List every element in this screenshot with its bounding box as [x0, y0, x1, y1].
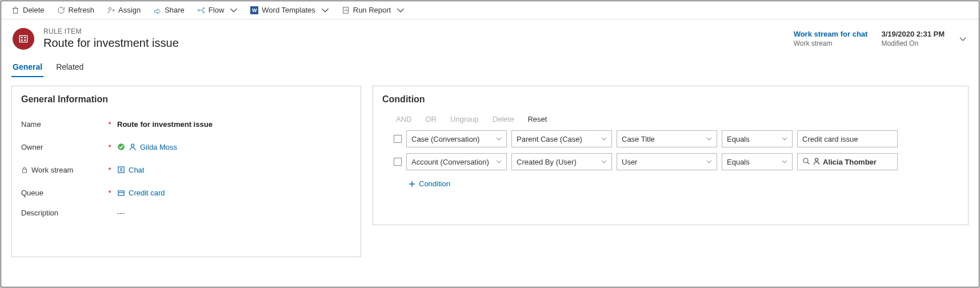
name-label: Name [21, 120, 41, 129]
tab-general[interactable]: General [11, 59, 43, 77]
condition-entity-select[interactable]: Case (Conversation) [406, 130, 507, 147]
required-indicator: * [107, 189, 113, 197]
cond-and-button[interactable]: AND [396, 115, 411, 123]
header-workstream-label: Work stream [794, 39, 868, 47]
entity-type: RULE ITEM [43, 27, 179, 35]
add-condition-label: Condition [419, 179, 450, 188]
cond-or-button[interactable]: OR [425, 115, 437, 123]
header-workstream[interactable]: Work stream for chat Work stream [794, 30, 868, 47]
field-row-queue: Queue * Credit card [21, 181, 351, 204]
svg-rect-7 [21, 37, 23, 38]
description-value[interactable]: --- [113, 209, 351, 217]
person-arrow-icon [107, 6, 115, 14]
condition-related-value: Parent Case (Case) [517, 135, 582, 143]
svg-rect-13 [23, 169, 27, 173]
assign-button[interactable]: Assign [101, 3, 146, 17]
delete-button[interactable]: Delete [6, 3, 50, 17]
refresh-button[interactable]: Refresh [51, 3, 101, 17]
svg-point-16 [803, 158, 808, 163]
queue-entity-icon [117, 189, 125, 197]
search-icon [802, 157, 813, 167]
condition-related-select[interactable]: Parent Case (Case) [511, 130, 612, 147]
field-row-description: Description * --- [21, 204, 351, 227]
cond-reset-button[interactable]: Reset [527, 115, 547, 123]
owner-value[interactable]: Gilda Moss [140, 143, 177, 151]
condition-entity-value: Account (Conversation) [411, 158, 489, 166]
workstream-value[interactable]: Chat [129, 166, 144, 174]
condition-entity-select[interactable]: Account (Conversation) [406, 153, 507, 170]
svg-rect-8 [21, 39, 23, 41]
condition-related-value: Created By (User) [517, 158, 577, 166]
entity-icon [13, 28, 34, 50]
word-templates-label: Word Templates [262, 6, 315, 14]
header-expand-chevron-icon[interactable] [958, 34, 967, 43]
rule-item-icon [18, 34, 29, 44]
condition-value-lookup[interactable]: Alicia Thomber [797, 153, 898, 170]
condition-field-select[interactable]: User [617, 153, 717, 170]
condition-field-value: Case Title [622, 135, 655, 143]
chevron-down-icon [601, 136, 607, 142]
svg-rect-9 [24, 37, 26, 38]
flow-label: Flow [209, 6, 224, 14]
field-row-name: Name * Route for investment issue [21, 113, 351, 135]
required-indicator: * [107, 166, 113, 174]
condition-operator-select[interactable]: Equals [722, 153, 793, 170]
required-indicator: * [107, 120, 113, 129]
condition-field-select[interactable]: Case Title [617, 130, 717, 147]
header-modifiedon-label: Modified On [881, 39, 945, 47]
flow-icon [197, 6, 205, 14]
chevron-down-icon [706, 136, 712, 142]
condition-panel: Condition AND OR Ungroup Delete Reset Ca… [373, 86, 969, 225]
condition-row-checkbox[interactable] [394, 158, 402, 166]
word-templates-button[interactable]: W Word Templates [245, 3, 334, 17]
header-workstream-value[interactable]: Work stream for chat [794, 30, 868, 38]
assign-label: Assign [118, 6, 141, 14]
cond-delete-button[interactable]: Delete [493, 115, 514, 123]
record-header: RULE ITEM Route for investment issue Wor… [1, 19, 979, 55]
run-report-label: Run Report [353, 6, 391, 14]
status-check-icon [117, 143, 125, 151]
share-button[interactable]: Share [147, 3, 190, 17]
chevron-down-icon [230, 6, 238, 14]
queue-value[interactable]: Credit card [129, 189, 165, 197]
run-report-button[interactable]: Run Report [336, 3, 410, 17]
chevron-down-icon [496, 159, 502, 165]
header-modifiedon: 3/19/2020 2:31 PM Modified On [881, 30, 945, 47]
svg-point-17 [815, 158, 818, 161]
field-row-owner: Owner * Gilda Moss [21, 135, 351, 158]
chevron-down-icon [321, 6, 329, 14]
chevron-down-icon [496, 136, 502, 142]
condition-related-select[interactable]: Created By (User) [511, 153, 612, 170]
tab-related[interactable]: Related [55, 59, 85, 77]
header-modifiedon-value: 3/19/2020 2:31 PM [881, 30, 945, 38]
owner-label: Owner [21, 143, 43, 151]
svg-rect-15 [118, 191, 124, 195]
flow-button[interactable]: Flow [191, 3, 243, 17]
chevron-down-icon [782, 136, 787, 142]
condition-row-checkbox[interactable] [394, 135, 402, 143]
condition-row: Account (Conversation) Created By (User)… [394, 153, 959, 170]
required-indicator: * [107, 143, 113, 151]
name-value[interactable]: Route for investment issue [113, 120, 351, 129]
refresh-icon [57, 6, 65, 14]
person-icon [129, 143, 137, 151]
cond-ungroup-button[interactable]: Ungroup [450, 115, 479, 123]
svg-point-11 [118, 143, 125, 150]
command-bar: Delete Refresh Assign Share Flow W Word … [1, 1, 979, 19]
svg-rect-0 [14, 8, 18, 13]
workstream-entity-icon [117, 166, 125, 174]
chevron-down-icon [782, 159, 787, 165]
lock-icon [21, 166, 28, 173]
svg-point-2 [198, 9, 199, 11]
condition-operator-select[interactable]: Equals [722, 130, 793, 147]
refresh-label: Refresh [69, 6, 95, 14]
general-info-title: General Information [21, 94, 351, 105]
condition-value-input[interactable]: Credit card issue [797, 130, 898, 147]
share-icon [153, 6, 161, 14]
condition-operator-value: Equals [727, 158, 750, 166]
general-info-panel: General Information Name * Route for inv… [11, 86, 361, 257]
add-condition-button[interactable]: Condition [409, 179, 450, 188]
plus-icon [409, 181, 415, 187]
condition-row: Case (Conversation) Parent Case (Case) C… [394, 130, 959, 147]
trash-icon [11, 6, 19, 14]
